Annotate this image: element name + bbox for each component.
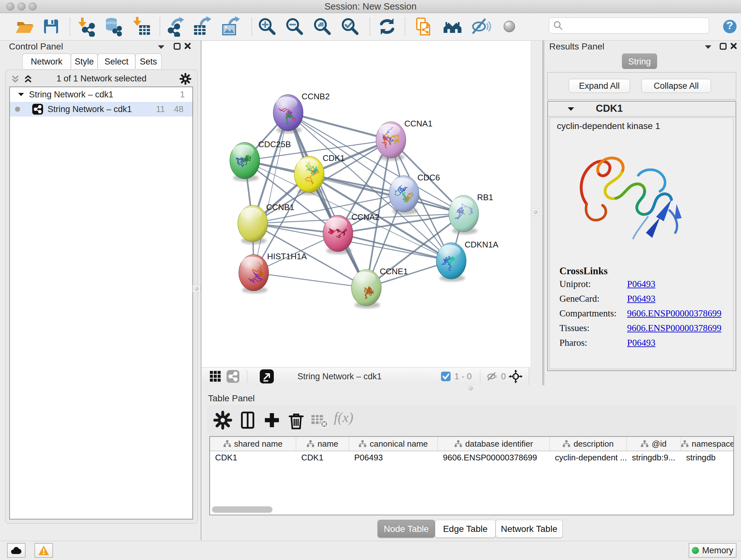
function-builder-icon[interactable]: f(x): [334, 409, 353, 426]
zoom-out-icon[interactable]: [284, 16, 305, 37]
svg-text:CDC6: CDC6: [417, 173, 440, 182]
collection-collapse-caret-icon[interactable]: [18, 92, 24, 97]
crosslink-row: GeneCard: P06493: [550, 294, 734, 308]
table-settings-gear-icon[interactable]: [212, 410, 233, 430]
window-title: Session: New Session: [0, 0, 741, 13]
results-panel: Results Panel String Expand All Collapse…: [543, 40, 741, 385]
import-network-icon[interactable]: [77, 16, 97, 37]
grid-view-icon[interactable]: [209, 370, 221, 382]
selected-checkbox-icon[interactable]: [441, 372, 451, 381]
left-splitter-handle[interactable]: [193, 285, 200, 293]
column-header-name[interactable]: name: [296, 437, 349, 451]
crosslink-link[interactable]: P06493: [627, 279, 656, 289]
share-view-icon[interactable]: [226, 370, 239, 383]
zoom-fit-icon[interactable]: [312, 16, 333, 37]
column-header-canonical-name[interactable]: canonical name: [349, 437, 438, 451]
fit-selected-crosshair-icon[interactable]: [509, 369, 523, 384]
export-network-icon[interactable]: [165, 16, 185, 37]
toolbar-separator: [405, 17, 405, 36]
horizontal-splitter[interactable]: [202, 385, 741, 391]
column-header-namespace[interactable]: namespace: [681, 437, 734, 451]
export-image-icon[interactable]: [220, 16, 241, 37]
save-session-icon[interactable]: [41, 16, 61, 37]
crosslink-link[interactable]: P06493: [627, 337, 656, 348]
protein-structure-image: [564, 137, 701, 261]
crosslink-row: Pharos: P06493: [550, 337, 734, 352]
network-panel-gear-icon[interactable]: [179, 72, 192, 85]
svg-text:CDC25B: CDC25B: [258, 139, 291, 149]
help-icon[interactable]: ?: [722, 18, 738, 35]
import-database-icon[interactable]: [104, 16, 124, 37]
collapse-all-button[interactable]: Collapse All: [642, 79, 711, 93]
tab-style[interactable]: Style: [71, 54, 98, 69]
show-columns-icon[interactable]: [238, 410, 258, 430]
tab-network-table[interactable]: Network Table: [495, 520, 562, 538]
export-table-icon[interactable]: [192, 16, 212, 37]
crosslink-label: GeneCard:: [559, 294, 600, 304]
open-in-window-icon[interactable]: [260, 369, 274, 383]
column-type-icon: [562, 440, 570, 447]
cloud-icon: [10, 546, 23, 555]
zoom-in-icon[interactable]: [257, 16, 277, 37]
column-header-database-identifier[interactable]: database identifier: [438, 437, 550, 451]
float-panel-icon[interactable]: [720, 43, 727, 50]
tab-network[interactable]: Network: [22, 54, 71, 69]
float-panel-icon[interactable]: [174, 43, 181, 50]
panel-menu-caret-icon[interactable]: [158, 45, 165, 49]
network-canvas[interactable]: CCNB2CCNA1CDC25BCDK1CDC6RB1CCNB1CCNA2CDK…: [202, 41, 530, 367]
gene-section-header[interactable]: CDK1: [548, 102, 736, 117]
gene-collapse-caret-icon[interactable]: [568, 107, 574, 111]
show-panel-sphere-icon[interactable]: [499, 16, 520, 37]
delete-column-trash-icon[interactable]: [286, 410, 307, 430]
column-header-shared-name[interactable]: shared name: [210, 437, 296, 451]
warning-status-button[interactable]: [35, 543, 53, 558]
crosslink-link[interactable]: 9606.ENSP00000378699: [627, 323, 722, 333]
column-header-description[interactable]: description: [550, 437, 627, 451]
refresh-styles-icon[interactable]: [377, 16, 397, 37]
hidden-eye-slash-icon[interactable]: [486, 372, 498, 381]
cloud-status-button[interactable]: [7, 543, 25, 558]
search-input[interactable]: [566, 19, 704, 32]
column-type-icon: [681, 440, 689, 447]
collection-label: String Network – cdk1: [29, 87, 113, 102]
panel-menu-caret-icon[interactable]: [704, 45, 712, 49]
hide-results-eye-slash-icon[interactable]: [471, 16, 491, 37]
right-splitter-handle[interactable]: [532, 208, 539, 216]
network-row-selected[interactable]: String Network – cdk1 11 48: [10, 102, 192, 117]
horizontal-splitter-handle[interactable]: [467, 385, 474, 392]
tab-edge-table[interactable]: Edge Table: [435, 520, 495, 538]
crosslink-label: Uniprot:: [559, 279, 591, 289]
tab-node-table[interactable]: Node Table: [378, 520, 435, 538]
gene-details-box: cyclin-dependent kinase 1: [549, 118, 733, 369]
import-table-icon[interactable]: [131, 16, 152, 37]
close-panel-icon[interactable]: [731, 43, 737, 49]
expand-all-button[interactable]: Expand All: [569, 79, 630, 93]
add-column-icon[interactable]: [262, 410, 282, 430]
column-label: namespace: [692, 439, 734, 449]
left-splitter[interactable]: [201, 40, 201, 540]
column-header-id[interactable]: @id: [627, 437, 681, 451]
string-home-icon[interactable]: [442, 16, 463, 37]
close-panel-icon[interactable]: [185, 43, 191, 49]
tab-select[interactable]: Select: [98, 54, 135, 69]
table-horizontal-scrollbar[interactable]: [212, 506, 273, 513]
toolbar-separator: [252, 17, 252, 36]
delete-table-icon[interactable]: [309, 410, 329, 430]
open-session-icon[interactable]: [15, 16, 35, 37]
tab-sets[interactable]: Sets: [135, 54, 161, 69]
crosslink-link[interactable]: 9606.ENSP00000378699: [627, 308, 722, 319]
footer-network-name: String Network – cdk1: [297, 368, 382, 385]
crosslink-link[interactable]: P06493: [627, 294, 656, 304]
zoom-selected-icon[interactable]: [340, 16, 360, 37]
tab-string[interactable]: String: [622, 54, 657, 69]
network-node-CDC25B: [230, 142, 260, 179]
svg-text:CCNE1: CCNE1: [380, 266, 408, 276]
crosslink-row: Uniprot: P06493: [550, 279, 734, 294]
table-row[interactable]: CDK1 CDK1 P06493 9606.ENSP00000378699 cy…: [210, 451, 733, 464]
gene-name: CDK1: [596, 103, 623, 114]
network-collection-row[interactable]: String Network – cdk1 1: [10, 87, 192, 102]
clone-network-icon[interactable]: [414, 16, 434, 37]
memory-button[interactable]: Memory: [689, 543, 737, 558]
cell-id: stringdb:9...: [627, 451, 681, 464]
control-panel-title: Control Panel: [9, 42, 63, 52]
